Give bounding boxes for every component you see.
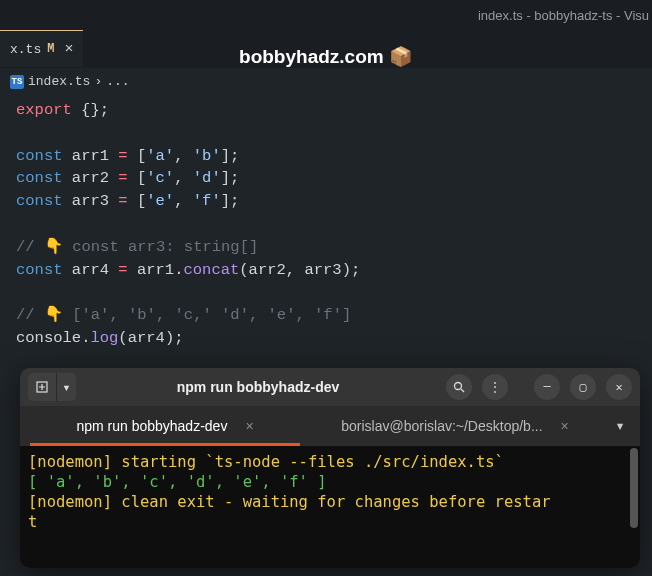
- close-button[interactable]: ✕: [606, 374, 632, 400]
- breadcrumb-sep: ›: [94, 74, 102, 89]
- brand-overlay: bobbyhadz.com 📦: [239, 45, 413, 68]
- terminal-line: t: [28, 512, 632, 532]
- close-icon[interactable]: ×: [561, 418, 569, 434]
- terminal-title: npm run bobbyhadz-dev: [80, 379, 436, 395]
- new-tab-dropdown[interactable]: ▾: [56, 373, 76, 401]
- breadcrumb-more: ...: [106, 74, 129, 89]
- new-tab-button[interactable]: [28, 373, 56, 401]
- close-icon[interactable]: ×: [245, 418, 253, 434]
- terminal-line: [nodemon] starting `ts-node --files ./sr…: [28, 452, 632, 472]
- close-icon[interactable]: ×: [64, 41, 73, 58]
- code-editor[interactable]: export {}; const arr1 = ['a', 'b']; cons…: [0, 95, 652, 354]
- svg-point-3: [455, 383, 462, 390]
- terminal-tab-label: npm run bobbyhadz-dev: [76, 418, 227, 434]
- search-button[interactable]: [446, 374, 472, 400]
- terminal-line: [nodemon] clean exit - waiting for chang…: [28, 492, 632, 512]
- terminal-tabs: npm run bobbyhadz-dev × borislav@borisla…: [20, 406, 640, 446]
- maximize-button[interactable]: ▢: [570, 374, 596, 400]
- tab-dropdown[interactable]: ▾: [600, 416, 640, 436]
- terminal-tab-1[interactable]: npm run bobbyhadz-dev ×: [20, 406, 310, 446]
- terminal-tab-2[interactable]: borislav@borislav:~/Desktop/b... ×: [310, 406, 600, 446]
- minimize-button[interactable]: ─: [534, 374, 560, 400]
- terminal-window: ▾ npm run bobbyhadz-dev ⋮ ─ ▢ ✕ npm run …: [20, 368, 640, 568]
- breadcrumb-file: index.ts: [28, 74, 90, 89]
- ts-file-icon: TS: [10, 75, 24, 89]
- svg-line-4: [461, 389, 464, 392]
- editor-tab[interactable]: x.ts M ×: [0, 30, 83, 67]
- terminal-line: [ 'a', 'b', 'c', 'd', 'e', 'f' ]: [28, 472, 632, 492]
- modified-badge: M: [47, 42, 54, 56]
- window-title: index.ts - bobbyhadz-ts - Visu: [478, 8, 649, 23]
- terminal-header: ▾ npm run bobbyhadz-dev ⋮ ─ ▢ ✕: [20, 368, 640, 406]
- menu-button[interactable]: ⋮: [482, 374, 508, 400]
- breadcrumb[interactable]: TS index.ts › ...: [0, 68, 652, 95]
- terminal-output[interactable]: [nodemon] starting `ts-node --files ./sr…: [20, 446, 640, 568]
- terminal-tab-label: borislav@borislav:~/Desktop/b...: [341, 418, 542, 434]
- title-bar: index.ts - bobbyhadz-ts - Visu: [0, 0, 652, 30]
- tab-filename: x.ts: [10, 42, 41, 57]
- scrollbar[interactable]: [630, 448, 638, 528]
